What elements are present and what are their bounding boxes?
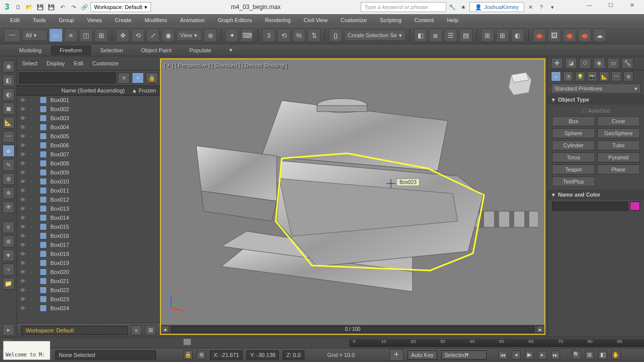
freeze-icon[interactable]: · bbox=[30, 169, 36, 175]
strip-folder-icon[interactable]: 📁 bbox=[3, 278, 15, 290]
scene-row[interactable]: 👁·Box007· bbox=[17, 150, 160, 159]
visibility-icon[interactable]: 👁 bbox=[20, 178, 26, 185]
visibility-icon[interactable]: 👁 bbox=[20, 151, 26, 157]
ribbon-expand-icon[interactable]: ▾ bbox=[220, 45, 242, 55]
cat-helpers-icon[interactable]: 📐 bbox=[599, 71, 609, 81]
visibility-icon[interactable]: 👁 bbox=[20, 106, 26, 112]
ribbon-modeling[interactable]: Modeling bbox=[10, 45, 51, 55]
selection-filter-combo[interactable]: All▾ bbox=[22, 30, 47, 41]
freeze-icon[interactable]: · bbox=[30, 115, 36, 121]
cmd-create-icon[interactable]: + bbox=[551, 58, 563, 69]
scene-row[interactable]: 👁·Box012· bbox=[17, 195, 160, 204]
menu-tools[interactable]: Tools bbox=[27, 15, 52, 25]
autogrid-checkbox[interactable]: ☐ AutoGrid bbox=[552, 107, 640, 115]
render-prod-icon[interactable]: 🫖 bbox=[563, 29, 576, 42]
goto-end-icon[interactable]: ⏭ bbox=[551, 350, 560, 359]
menu-customize[interactable]: Customize bbox=[335, 15, 373, 25]
scene-row[interactable]: 👁·Box016· bbox=[17, 231, 160, 240]
viewcube[interactable] bbox=[501, 67, 536, 98]
freeze-icon[interactable]: · bbox=[30, 296, 36, 302]
material-editor-icon[interactable]: ◐ bbox=[511, 29, 524, 42]
cmd-motion-icon[interactable]: ◉ bbox=[593, 58, 605, 69]
freeze-icon[interactable]: · bbox=[30, 124, 36, 130]
maxscript-icon[interactable]: 〰 bbox=[4, 29, 20, 42]
align-icon[interactable]: ≣ bbox=[429, 29, 442, 42]
mirror-icon[interactable]: ◧ bbox=[414, 29, 427, 42]
help-icon[interactable]: ? bbox=[536, 2, 546, 12]
scene-tab-edit[interactable]: Edit bbox=[74, 60, 84, 66]
render-setup-icon[interactable]: 🫖 bbox=[533, 29, 546, 42]
save-icon[interactable]: 💾 bbox=[35, 2, 45, 12]
link-icon[interactable]: 🔗 bbox=[79, 2, 90, 12]
primitive-textplus-button[interactable]: TextPlus bbox=[552, 176, 595, 187]
scene-row[interactable]: 👁·Box014· bbox=[17, 213, 160, 222]
goto-start-icon[interactable]: ⏮ bbox=[499, 350, 508, 359]
primitive-teapot-button[interactable]: Teapot bbox=[552, 164, 595, 174]
percent-snap-icon[interactable]: % bbox=[292, 29, 305, 42]
frozen-dot[interactable]: · bbox=[155, 296, 157, 302]
cmd-display-icon[interactable]: ▭ bbox=[607, 58, 619, 69]
layers-icon[interactable]: ☰ bbox=[444, 29, 457, 42]
manipulate-icon[interactable]: ✦ bbox=[225, 29, 238, 42]
keyword-search[interactable]: Type a keyword or phrase bbox=[361, 2, 446, 12]
new-icon[interactable]: 🗋 bbox=[13, 2, 23, 12]
viewport[interactable]: [ + ] [ Perspective ] [ Standard ] [ Def… bbox=[160, 58, 545, 335]
frozen-dot[interactable]: · bbox=[155, 133, 157, 139]
curve-editor-icon[interactable]: ⊞ bbox=[481, 29, 494, 42]
menu-modifiers[interactable]: Modifiers bbox=[138, 15, 173, 25]
help-drop-icon[interactable]: ▾ bbox=[547, 2, 557, 12]
scene-row[interactable]: 👁·Box015· bbox=[17, 222, 160, 231]
layer-explorer-icon[interactable]: ▤ bbox=[459, 29, 472, 42]
scene-row[interactable]: 👁·Box020· bbox=[17, 267, 160, 277]
visibility-icon[interactable]: 👁 bbox=[20, 242, 26, 248]
slider-prev-icon[interactable]: ◂ bbox=[161, 326, 169, 333]
time-slider-bar[interactable]: ◂ 0 / 100 ▸ bbox=[161, 325, 544, 334]
freeze-icon[interactable]: · bbox=[30, 224, 36, 230]
strip-camera-icon[interactable]: 📐 bbox=[3, 117, 15, 129]
visibility-icon[interactable]: 👁 bbox=[20, 133, 26, 139]
ribbon-freeform[interactable]: Freeform bbox=[51, 45, 92, 55]
frozen-dot[interactable]: · bbox=[155, 242, 157, 248]
primitive-torus-button[interactable]: Torus bbox=[552, 152, 595, 162]
frozen-dot[interactable]: · bbox=[155, 251, 157, 257]
scene-row[interactable]: 👁·Box003· bbox=[17, 114, 160, 123]
visibility-icon[interactable]: 👁 bbox=[20, 97, 26, 103]
scene-row[interactable]: 👁·Box006· bbox=[17, 141, 160, 150]
freeze-icon[interactable]: · bbox=[30, 178, 36, 185]
primitive-plane-button[interactable]: Plane bbox=[597, 164, 640, 174]
primitive-pyramid-button[interactable]: Pyramid bbox=[597, 152, 640, 162]
frozen-dot[interactable]: · bbox=[155, 151, 157, 157]
visibility-icon[interactable]: 👁 bbox=[20, 296, 26, 302]
strip-container-icon[interactable]: ⊕ bbox=[3, 173, 15, 185]
primitive-cone-button[interactable]: Cone bbox=[597, 116, 640, 126]
cmd-modify-icon[interactable]: ◪ bbox=[565, 58, 577, 69]
signed-in-user[interactable]: 👤JoshuaKinney bbox=[469, 2, 524, 12]
workspace-combo[interactable]: Workspace: Default▾ bbox=[91, 2, 151, 12]
freeze-icon[interactable]: · bbox=[30, 269, 36, 275]
cat-cameras-icon[interactable]: 📷 bbox=[587, 71, 597, 81]
object-name-input[interactable] bbox=[552, 202, 628, 211]
visibility-icon[interactable]: 👁 bbox=[20, 287, 26, 293]
nav-zoom-icon[interactable]: 🔍 bbox=[572, 350, 581, 359]
freeze-icon[interactable]: · bbox=[30, 215, 36, 221]
scene-row[interactable]: 👁·Box022· bbox=[17, 286, 160, 295]
menu-scripting[interactable]: Scripting bbox=[374, 15, 408, 25]
undo-icon[interactable]: ↶ bbox=[57, 2, 67, 12]
render-iter-icon[interactable]: 🫖 bbox=[578, 29, 591, 42]
next-frame-icon[interactable]: ▸ bbox=[538, 350, 547, 359]
frozen-dot[interactable]: · bbox=[155, 206, 157, 212]
frozen-dot[interactable]: · bbox=[155, 97, 157, 103]
scene-col-name[interactable]: Name (Sorted Ascending) bbox=[36, 87, 132, 94]
rollout-name-color[interactable]: ▾Name and Color bbox=[548, 190, 644, 200]
coord-z[interactable]: Z: 0.0 bbox=[283, 350, 304, 359]
keyboard-shortcut-icon[interactable]: ⌨ bbox=[240, 29, 254, 42]
primitive-geosphere-button[interactable]: GeoSphere bbox=[597, 128, 640, 138]
scene-row[interactable]: 👁·Box017· bbox=[17, 240, 160, 249]
visibility-icon[interactable]: 👁 bbox=[20, 278, 26, 284]
visibility-icon[interactable]: 👁 bbox=[20, 224, 26, 230]
scene-filter-icon[interactable]: ▼ bbox=[132, 72, 144, 83]
freeze-icon[interactable]: · bbox=[30, 197, 36, 203]
coord-x[interactable]: X: -21.671 bbox=[210, 350, 243, 359]
object-color-swatch[interactable] bbox=[630, 202, 640, 211]
ribbon-selection[interactable]: Selection bbox=[91, 45, 132, 55]
